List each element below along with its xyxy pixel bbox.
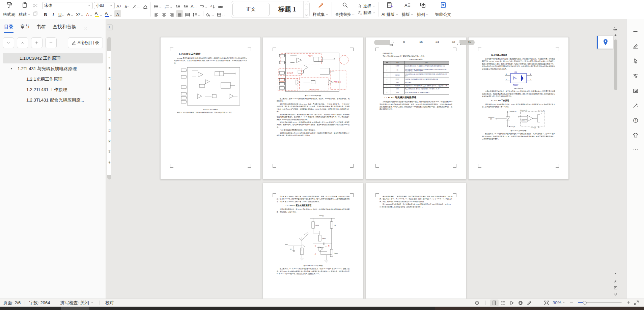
toc-expander-icon[interactable]: ▼	[10, 67, 13, 70]
tab-bookmarks[interactable]: 书签	[36, 24, 46, 33]
find-replace-button[interactable]: 查找替换	[333, 1, 357, 18]
arrange-button[interactable]: 排列	[415, 1, 430, 18]
document-page-1[interactable]: 1.1 UC3842 工作原理UC3842 是基于峰值电流控制模式的电流型控制芯…	[160, 37, 261, 179]
spell-check-toggle[interactable]: 拼写检查: 关闭	[58, 299, 95, 307]
left-indent-marker[interactable]	[390, 44, 393, 46]
outline-view-button[interactable]	[499, 300, 507, 306]
layout-button[interactable]: A 排版	[400, 1, 415, 18]
toc-zoom-out-button[interactable]	[45, 37, 57, 48]
align-left-button[interactable]	[153, 10, 160, 17]
zoom-value[interactable]: 30%	[551, 300, 567, 306]
document-canvas[interactable]: 816243240 •••••• 1.1 UC3842 工作原理UC3842 是…	[112, 19, 622, 299]
select-button[interactable]: 选择	[358, 3, 375, 9]
clear-format-button[interactable]	[142, 2, 148, 9]
style-scroll-up-icon[interactable]	[305, 3, 308, 6]
tab-toc[interactable]: 目录	[4, 24, 13, 33]
cut-icon[interactable]	[33, 3, 38, 8]
annotate-pen-icon[interactable]	[633, 43, 639, 49]
scroll-down-icon[interactable]	[614, 272, 617, 275]
shading-button[interactable]	[205, 10, 215, 17]
increase-indent-button[interactable]	[182, 2, 189, 9]
shrink-font-button[interactable]: A⁻	[123, 2, 130, 9]
decrease-indent-button[interactable]	[174, 2, 181, 9]
more-options-icon[interactable]	[633, 147, 638, 152]
numbered-list-button[interactable]: 12	[164, 2, 173, 9]
horizontal-ruler[interactable]: 816243240	[374, 40, 475, 45]
char-effect-button[interactable]: A	[85, 10, 93, 17]
close-icon[interactable]	[83, 26, 87, 31]
sort-button[interactable]: A	[209, 2, 216, 9]
paste-button[interactable]: 粘贴	[17, 1, 32, 18]
vertical-scrollbar-thumb[interactable]	[614, 39, 617, 90]
line-spacing-button[interactable]	[192, 10, 201, 17]
toc-item-5[interactable]: 1.2.3TL431 配合光耦应用原...	[3, 95, 103, 105]
tab-chapters[interactable]: 章节	[20, 24, 30, 33]
select-tool-icon[interactable]	[633, 58, 639, 64]
theme-skin-icon[interactable]	[633, 132, 639, 138]
ruler-show-hide-icon[interactable]	[613, 27, 617, 31]
document-page-3[interactable]: 介绍详细引用)。至此，可以根据 UC3842 各个管脚的逻辑功能如下表 4-1 …	[366, 37, 466, 179]
position-pin-card[interactable]	[597, 36, 613, 49]
next-page-icon[interactable]	[614, 292, 618, 297]
previous-page-icon[interactable]	[614, 279, 618, 283]
collapse-panel-icon[interactable]	[633, 29, 638, 34]
format-painter-button[interactable]: 格式刷	[1, 1, 17, 18]
settings-sliders-icon[interactable]	[633, 73, 639, 79]
font-size-select[interactable]: 小四	[94, 2, 115, 9]
style-set-button[interactable]: 样式集	[311, 1, 330, 18]
bold-button[interactable]: B	[42, 10, 49, 17]
align-center-button[interactable]	[161, 10, 167, 17]
text-direction-button[interactable]	[199, 2, 208, 9]
strikethrough-button[interactable]: A	[66, 10, 74, 17]
tab-selector[interactable]: L	[107, 24, 113, 30]
document-page-6[interactable]: 输出电压渐增时，二极管亮度增强，副边三极管的电流会增加，则在 Rbias 上的电…	[366, 183, 466, 299]
tab-find-replace[interactable]: 查找和替换	[53, 24, 76, 33]
toc-item-2[interactable]: ▼1.2TL431 与光耦反馈电路原理	[3, 63, 103, 74]
zoom-out-button[interactable]	[567, 300, 575, 306]
help-icon[interactable]: ?	[633, 117, 639, 123]
fullscreen-button[interactable]	[632, 300, 641, 306]
translate-button[interactable]: A翻译	[358, 10, 375, 16]
eye-protection-button[interactable]	[473, 300, 481, 306]
distribute-button[interactable]	[184, 10, 191, 17]
proofread-button[interactable]: 校对	[104, 299, 116, 307]
browse-object-icon[interactable]	[614, 286, 618, 290]
change-case-button[interactable]: A	[190, 2, 198, 9]
align-right-button[interactable]	[168, 10, 175, 17]
word-count[interactable]: 字数: 2064	[29, 300, 50, 306]
magic-wand-icon[interactable]	[633, 103, 639, 109]
underline-button[interactable]: U	[58, 10, 65, 17]
bullet-list-button[interactable]	[153, 2, 163, 9]
eco-mode-icon[interactable]	[633, 88, 639, 94]
zoom-slider-knob[interactable]	[583, 301, 587, 305]
toc-item-3[interactable]: 1.2.1光耦工作原理	[3, 74, 103, 84]
ai-recognize-toc-button[interactable]: AI识别目录	[68, 37, 103, 48]
toc-expand-all-button[interactable]	[3, 37, 14, 48]
vertical-ruler[interactable]: L 48121620242832364044	[106, 19, 112, 299]
ruler-toggle-button[interactable]	[217, 2, 224, 9]
document-page-2[interactable]: 电压环脉冲信号电源模块峰值电流比较PWM 驱动图4-11 UC3842内部功能模…	[263, 37, 363, 179]
document-page-5[interactable]: 即从 K 端（Cathode）流经 A 端（Anode）的电流逐渐增大。同理，当…	[263, 183, 363, 299]
document-page-4[interactable]: 1.2.1 光耦工作原理反馈电路中通常使用光耦保证原边于副边的电气隔离，并实现输…	[468, 37, 569, 179]
web-view-button[interactable]	[516, 300, 525, 306]
read-mode-button[interactable]	[507, 300, 516, 306]
style-scroll-down-icon[interactable]	[305, 8, 308, 11]
page-view-button[interactable]	[490, 300, 499, 306]
scroll-up-icon[interactable]	[614, 33, 617, 37]
grow-font-button[interactable]: A⁺	[116, 2, 122, 9]
smart-doc-button[interactable]: 智能公文	[433, 1, 453, 18]
copy-icon[interactable]	[33, 11, 38, 16]
superscript-button[interactable]: X²	[75, 10, 84, 17]
style-heading1[interactable]: 标题 1	[271, 1, 303, 18]
italic-button[interactable]: I	[50, 10, 57, 17]
font-name-select[interactable]: 宋体	[42, 2, 93, 9]
toc-zoom-in-button[interactable]	[31, 37, 43, 48]
zoom-slider[interactable]	[578, 302, 622, 303]
highlight-button[interactable]: A	[94, 10, 103, 17]
style-body-text[interactable]: 正文	[232, 3, 270, 16]
char-shading-button[interactable]: A	[114, 10, 121, 17]
text-effects-button[interactable]	[131, 2, 141, 9]
toc-item-4[interactable]: 1.2.2TL431 工作原理	[3, 84, 103, 95]
toc-item-1[interactable]: 1.1UC3842 工作原理	[3, 53, 103, 63]
style-expand-icon[interactable]	[305, 13, 308, 17]
